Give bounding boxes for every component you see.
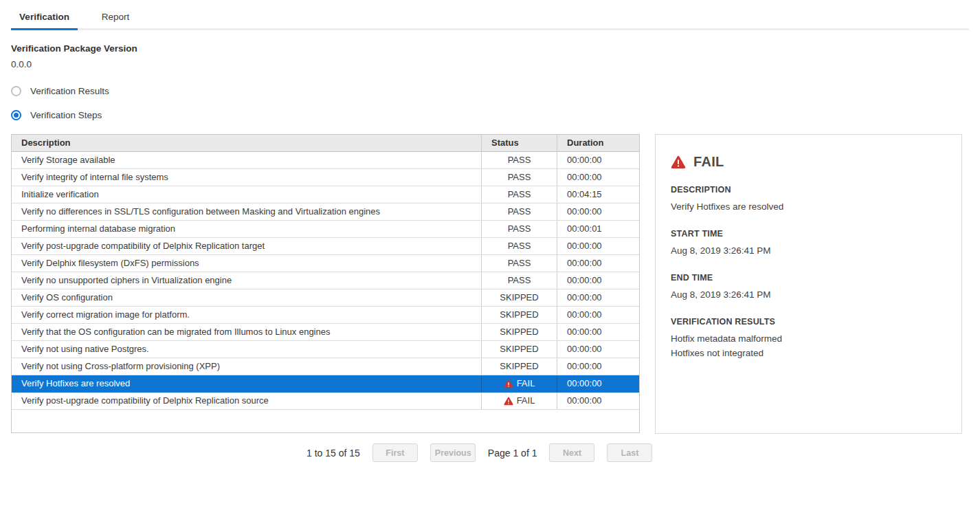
row-description: Verify not using native Postgres. <box>12 341 481 358</box>
detail-section: START TIME Aug 8, 2019 3:26:41 PM <box>671 229 946 258</box>
next-page-button[interactable]: Next <box>549 443 594 462</box>
status-text: PASS <box>508 255 531 272</box>
tab-bar: Verification Report <box>11 10 969 30</box>
status-text: FAIL <box>517 393 535 409</box>
status-text: PASS <box>508 169 531 186</box>
row-status: PASS <box>481 152 557 168</box>
row-status: PASS <box>481 204 557 220</box>
row-description: Initialize verification <box>12 186 481 203</box>
table-row[interactable]: Verify that the OS configuration can be … <box>12 324 639 341</box>
status-text: SKIPPED <box>500 307 538 323</box>
package-version-value: 0.0.0 <box>11 59 969 69</box>
row-description: Verify integrity of internal file system… <box>12 169 481 186</box>
table-row[interactable]: Verify OS configuration SKIPPED 00:00:00 <box>12 289 639 307</box>
detail-section-values: Hotfix metadata malformedHotfixes not in… <box>671 331 946 360</box>
row-duration: 00:00:00 <box>557 238 639 254</box>
previous-page-button[interactable]: Previous <box>430 443 476 462</box>
detail-section-values: Aug 8, 2019 3:26:41 PM <box>671 287 946 302</box>
radio-unselected-icon <box>11 86 21 96</box>
status-text: PASS <box>508 186 531 203</box>
detail-section-label: VERIFICATION RESULTS <box>671 317 946 327</box>
detail-status-text: FAIL <box>693 154 724 170</box>
table-row[interactable]: Verify correct migration image for platf… <box>12 307 639 324</box>
row-description: Verify Hotfixes are resolved <box>12 375 481 392</box>
row-status: FAIL <box>481 375 557 392</box>
column-header-status: Status <box>481 135 557 151</box>
status-text: PASS <box>508 152 531 168</box>
table-row[interactable]: Initialize verification PASS 00:04:15 <box>12 186 639 204</box>
first-page-button[interactable]: First <box>372 443 418 462</box>
radio-verification-results[interactable]: Verification Results <box>11 85 969 96</box>
pagination-page-text: Page 1 of 1 <box>488 448 537 459</box>
table-row[interactable]: Verify no unsupported ciphers in Virtual… <box>12 272 639 289</box>
tab-verification[interactable]: Verification <box>11 10 78 30</box>
detail-section-label: DESCRIPTION <box>671 185 946 195</box>
warning-icon <box>504 380 513 388</box>
detail-section: END TIME Aug 8, 2019 3:26:41 PM <box>671 273 946 302</box>
table-row[interactable]: Verify Delphix filesystem (DxFS) permiss… <box>12 255 639 272</box>
table-row[interactable]: Performing internal database migration P… <box>12 221 639 238</box>
view-mode-radio-group: Verification Results Verification Steps <box>11 85 969 120</box>
column-header-duration: Duration <box>557 135 639 151</box>
row-status: PASS <box>481 255 557 272</box>
column-header-description: Description <box>12 135 481 151</box>
status-text: SKIPPED <box>500 324 538 340</box>
status-text: SKIPPED <box>500 358 538 375</box>
radio-verification-steps[interactable]: Verification Steps <box>11 109 969 120</box>
row-duration: 00:00:00 <box>557 358 639 375</box>
status-text: PASS <box>508 221 531 237</box>
status-text: PASS <box>508 204 531 220</box>
main-content: Description Status Duration Verify Stora… <box>11 134 969 434</box>
row-status: PASS <box>481 169 557 186</box>
detail-section: DESCRIPTION Verify Hotfixes are resolved <box>671 185 946 214</box>
pagination-range-text: 1 to 15 of 15 <box>307 448 360 459</box>
table-row[interactable]: Verify no differences in SSL/TLS configu… <box>12 204 639 221</box>
row-status: PASS <box>481 221 557 237</box>
row-duration: 00:00:00 <box>557 393 639 409</box>
tab-report[interactable]: Report <box>78 10 153 28</box>
row-duration: 00:00:00 <box>557 272 639 289</box>
verification-page: Verification Report Verification Package… <box>0 10 980 462</box>
row-status: PASS <box>481 238 557 254</box>
row-duration: 00:00:00 <box>557 169 639 186</box>
row-duration: 00:00:00 <box>557 341 639 358</box>
row-status: SKIPPED <box>481 289 557 306</box>
table-row[interactable]: Verify integrity of internal file system… <box>12 169 639 186</box>
table-row[interactable]: Verify Hotfixes are resolved FAIL 00:00:… <box>12 375 639 393</box>
last-page-button[interactable]: Last <box>607 443 652 462</box>
radio-selected-icon <box>11 110 21 120</box>
row-status: PASS <box>481 186 557 203</box>
detail-section-label: START TIME <box>671 229 946 239</box>
row-description: Verify OS configuration <box>12 289 481 306</box>
detail-value-line: Hotfixes not integrated <box>671 346 946 360</box>
detail-section-label: END TIME <box>671 273 946 283</box>
detail-section: VERIFICATION RESULTS Hotfix metadata mal… <box>671 317 946 360</box>
status-text: FAIL <box>517 375 535 392</box>
row-status: FAIL <box>481 393 557 409</box>
row-description: Verify Storage available <box>12 152 481 168</box>
row-status: SKIPPED <box>481 341 557 358</box>
detail-value-line: Aug 8, 2019 3:26:41 PM <box>671 287 946 302</box>
detail-sections: DESCRIPTION Verify Hotfixes are resolved… <box>671 185 946 360</box>
pagination-bar: 1 to 15 of 15 First Previous Page 1 of 1… <box>307 443 980 462</box>
detail-value-line: Hotfix metadata malformed <box>671 331 946 346</box>
table-footer-spacer <box>12 410 639 432</box>
package-version-label: Verification Package Version <box>11 43 969 54</box>
radio-label: Verification Results <box>30 86 109 96</box>
table-row[interactable]: Verify Storage available PASS 00:00:00 <box>12 152 639 169</box>
row-duration: 00:00:00 <box>557 255 639 272</box>
table-body: Verify Storage available PASS 00:00:00 V… <box>12 152 639 410</box>
table-row[interactable]: Verify not using Cross-platform provisio… <box>12 358 639 375</box>
row-duration: 00:00:00 <box>557 324 639 340</box>
row-duration: 00:00:00 <box>557 152 639 168</box>
table-row[interactable]: Verify not using native Postgres. SKIPPE… <box>12 341 639 358</box>
detail-value-line: Verify Hotfixes are resolved <box>671 199 946 214</box>
row-status: PASS <box>481 272 557 289</box>
detail-section-values: Aug 8, 2019 3:26:41 PM <box>671 243 946 258</box>
table-row[interactable]: Verify post-upgrade compatibility of Del… <box>12 238 639 255</box>
row-description: Verify no unsupported ciphers in Virtual… <box>12 272 481 289</box>
detail-value-line: Aug 8, 2019 3:26:41 PM <box>671 243 946 258</box>
table-row[interactable]: Verify post-upgrade compatibility of Del… <box>12 393 639 410</box>
status-text: SKIPPED <box>500 289 538 306</box>
row-duration: 00:00:00 <box>557 204 639 220</box>
